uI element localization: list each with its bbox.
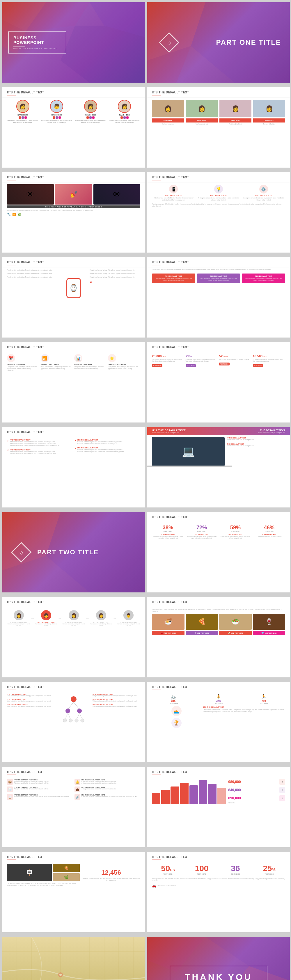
icon-box-2: 📊 [7, 786, 13, 792]
slide8-heading: IT'S THE DEFAULT TEXT [152, 261, 285, 264]
slide-8: IT'S THE DEFAULT TEXT Using default text… [147, 257, 290, 337]
profile-1: 👩 NAME HERE Humans are creative beings. … [7, 100, 39, 123]
profile-4: 👩 NAME HERE Humans are creative beings. … [109, 100, 140, 123]
svg-marker-5 [60, 25, 145, 83]
card-red: THE DEFAULT TEXT Using default text is a… [152, 274, 195, 283]
slide9-heading: IT'S THE DEFAULT TEXT [7, 346, 140, 349]
svg-point-38 [59, 974, 62, 976]
swimmer-icon: 🏊 [172, 706, 181, 716]
slide-9: IT'S THE DEFAULT TEXT 📅 DEFAULT TEXT HER… [2, 342, 145, 423]
rp-1: 👩 NAME HERE Text here default text [152, 100, 184, 125]
icon-calendar: 📅 [7, 354, 15, 362]
thankyou-text: THANK YOU [185, 972, 252, 980]
list-item-3: 📋 IT'S THE DEFAULT TEXT HERE A designer … [7, 794, 73, 800]
svg-point-15 [77, 708, 82, 713]
icon-wifi: 📶 [12, 213, 16, 216]
process-1: 👩 IT'S THE DEFAULT TEXT Humans are creat… [7, 610, 30, 627]
profile-name-2: NAME HERE [41, 114, 73, 116]
arrow-up-icon-2: ↑ [279, 787, 285, 793]
list-item-4: 🔔 IT'S THE DEFAULT TEXT HERE A designer … [75, 779, 140, 785]
icon-wifi-2: 📶 [41, 354, 49, 362]
stat-3: 52 items It looks even better when you a… [219, 355, 252, 368]
feature-icon-3: ⚙️ [259, 185, 268, 194]
slide-17: IT'S THE DEFAULT TEXT IT'S THE DEAFULT T… [2, 682, 145, 762]
check-item-2: ✗ IT'S THE DEFAULT TEXT Whoever establis… [7, 449, 73, 455]
smartwatch-icon: ⌚ [66, 278, 81, 298]
svg-point-14 [65, 708, 70, 713]
checklist-col-right: ✗ IT'S THE DEFAULT TEXT Whoever establis… [75, 439, 140, 455]
circle-stat-num: 🏃 789 TEXT HERE [242, 694, 285, 704]
slide2-title: PART ONE TITLE [216, 38, 281, 46]
svg-point-22 [75, 719, 78, 722]
check-item-3: ✗ IT'S THE DEFAULT TEXT Whoever establis… [75, 439, 140, 445]
slide-18: IT'S THE DEFAULT TEXT 🚲 345 TREES HERE 🧍… [147, 682, 290, 762]
tree-text-left: IT'S THE DEAFULT TEXT Using establishes … [7, 694, 55, 731]
stat-4: 18,500 one It looks even better when you… [253, 355, 285, 368]
tree-text-right: IT'S THE DEAFULT TEXT Using establishes … [92, 694, 140, 731]
svg-point-20 [63, 719, 67, 722]
food-img-3: 🥗 [219, 614, 252, 630]
feature-3: ⚙️ IT'S DEFAULT TEXT A designer can use … [242, 185, 285, 201]
pct-item-1: 38% SOMETHING IT'S DEFAULT TEXT A design… [152, 525, 184, 539]
slide-11: IT'S THE DEFAULT TEXT ✗ IT'S THE DEFAULT… [2, 427, 145, 508]
food-img-4: 🍷 [253, 614, 285, 630]
bar-6 [199, 780, 207, 804]
slide-22: IT'S THE DEFAULT TEXT 50us TEXT HERE 100… [147, 852, 290, 932]
slide-4: IT'S THE DEFAULT TEXT 👩 NAME HERE Text h… [147, 87, 290, 168]
food-img-2: 🍕 [186, 614, 218, 630]
bar-5 [189, 785, 198, 804]
slide1-title: BUSINESS POWERPOINT [13, 35, 61, 45]
slide14-heading: IT'S THE DEFAULT TEXT [152, 515, 285, 519]
food-small-1: 🍕 [52, 864, 80, 872]
slide20-heading: IT'S THE DEFAULT TEXT [152, 770, 285, 774]
heart-icon: ❤ [90, 281, 92, 284]
bar-4 [180, 783, 189, 804]
rp-4: 👩 NAME HERE Text here default text [253, 100, 285, 125]
arrow-down-icon: ↓ [279, 795, 285, 801]
check-icon-2: ✗ [7, 449, 9, 455]
bignum-2: 100 TEXT HERE [186, 864, 218, 875]
check-icon-1: ✗ [7, 439, 9, 447]
slide-14: IT'S THE DEFAULT TEXT 38% SOMETHING IT'S… [147, 512, 290, 592]
slide5-heading: IT'S THE DEFAULT TEXT [7, 176, 140, 179]
slide1-subtitle: IT LOOKS EVEN BETTER WITH YOU USING THIS… [13, 48, 61, 49]
check-icon-4: ✗ [75, 447, 76, 452]
circle-stat-pct: 🧍 72% TEXT HERE [197, 694, 240, 704]
card-purple: THE DEFAULT TEXT Using default text is a… [197, 274, 240, 283]
checklist-col-left: ✗ IT'S THE DEFAULT TEXT Whoever establis… [7, 439, 73, 455]
icon-box-3: 📋 [7, 794, 13, 800]
profile-desc-4: Humans are creative beings. If it is not… [109, 119, 140, 123]
stat-1: 23,000 yen It looks even better when you… [152, 355, 184, 368]
check-icon-3: ✗ [75, 439, 76, 445]
slide-5: IT'S THE DEFAULT TEXT 👁 💅 👁 THIS TEXT WI… [2, 172, 145, 253]
profile-2: 👨 NAME HERE Humans are creative beings. … [41, 100, 73, 123]
feature-icon-1: 📱 [169, 185, 178, 194]
process-5: 👨 IT'S THE DEFAULT TEXT Humans are creat… [117, 610, 140, 627]
food-btn-2: ✈ ADD TEXT HERE [186, 631, 218, 635]
icon-feature-2: 📶 DEFAULT TEXT HERE Using default text i… [41, 354, 73, 372]
slide-13: ◇ PART TWO TITLE [2, 512, 145, 592]
slide21-photos: 🪧 🍕 🌿 I HOPE YOU ENJOYED THE FAKE TEXT. … [7, 864, 80, 886]
slide-12: IT'S THE DEFAULT TEXT It looks even bett… [147, 427, 290, 508]
profile-name-4: NAME HERE [109, 114, 140, 116]
bar-2 [161, 790, 170, 804]
icon-list-right: 🔔 IT'S THE DEFAULT TEXT HERE A designer … [75, 779, 140, 800]
bar-1 [152, 793, 161, 804]
feature-2: 💡 IT'S DEFAULT TEXT A designer can use d… [197, 185, 240, 201]
food-btn-1: 🚗 ADD TEXT HERE [152, 631, 184, 635]
slide13-title: PART TWO TITLE [37, 549, 99, 556]
slide-1: BUSINESS POWERPOINT IT LOOKS EVEN BETTER… [2, 2, 145, 83]
icon-feature-4: ⭐ DEFAULT TEXT HERE Using default text i… [108, 354, 140, 372]
slide5-body: Whoever established your fake text can o… [7, 210, 140, 212]
profile-desc-2: Humans are creative beings. If it is not… [41, 119, 73, 123]
running-icon: 🏃 [242, 694, 285, 700]
profile-3: 👩 NAME HERE Humans are creative beings. … [75, 100, 107, 123]
food-img-1: 🍜 [152, 614, 184, 630]
slide-19: IT'S THE DEFAULT TEXT 📦 IT'S THE DEFAULT… [2, 767, 145, 847]
svg-point-23 [81, 719, 84, 722]
feature-icon-2: 💡 [214, 185, 223, 194]
svg-point-21 [69, 719, 72, 722]
bignum-4: 25% TEXT HERE [253, 864, 285, 875]
icon-leaf: 🌿 [17, 213, 21, 216]
check-item-1: ✗ IT'S THE DEFAULT TEXT Whoever establis… [7, 439, 73, 447]
